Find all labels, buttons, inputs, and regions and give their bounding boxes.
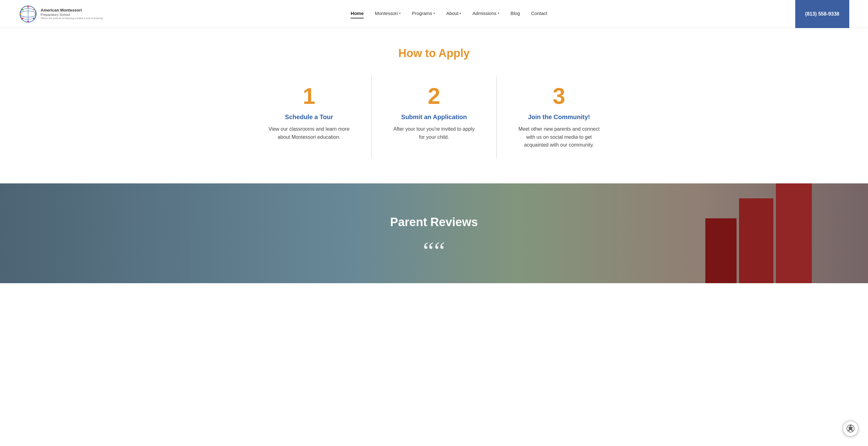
nav-contact[interactable]: Contact (531, 11, 547, 17)
main-nav: Home Montessori ▾ Programs ▾ About ▾ Adm… (351, 11, 547, 17)
nav-programs[interactable]: Programs ▾ (412, 11, 435, 17)
chevron-down-icon: ▾ (399, 11, 401, 15)
red-blocks-decoration (705, 183, 812, 283)
step-2-description: After your tour you're invited to apply … (390, 125, 477, 141)
nav-admissions[interactable]: Admissions ▾ (472, 11, 499, 17)
svg-point-7 (33, 18, 35, 19)
step-2-title: Submit an Application (390, 113, 477, 121)
step-3-title: Join the Community! (516, 113, 602, 121)
svg-point-9 (22, 18, 23, 19)
how-to-apply-section: How to Apply 1 Schedule a Tour View our … (0, 28, 868, 183)
svg-point-5 (33, 9, 35, 10)
chevron-down-icon: ▾ (433, 11, 435, 15)
logo[interactable]: American Montessori Preparatory School W… (19, 5, 103, 23)
svg-point-8 (28, 21, 29, 22)
svg-point-6 (35, 13, 36, 15)
site-header: American Montessori Preparatory School W… (0, 0, 868, 28)
reviews-title: Parent Reviews (390, 215, 478, 229)
step-3-number: 3 (516, 85, 602, 107)
chevron-down-icon: ▾ (498, 11, 499, 15)
logo-text: American Montessori Preparatory School W… (40, 8, 103, 20)
step-1: 1 Schedule a Tour View our classrooms an… (247, 75, 372, 159)
svg-point-10 (20, 13, 22, 15)
nav-home[interactable]: Home (351, 11, 364, 17)
chevron-down-icon: ▾ (460, 11, 461, 15)
phone-cta-button[interactable]: (813) 558-9338 (795, 0, 849, 28)
steps-container: 1 Schedule a Tour View our classrooms an… (247, 75, 621, 159)
nav-about[interactable]: About ▾ (446, 11, 461, 17)
step-1-title: Schedule a Tour (266, 113, 352, 121)
parent-reviews-section: Parent Reviews ““ (0, 183, 868, 283)
how-to-apply-title: How to Apply (12, 47, 856, 60)
svg-point-11 (22, 9, 23, 10)
step-3: 3 Join the Community! Meet other new par… (497, 75, 621, 159)
nav-montessori[interactable]: Montessori ▾ (375, 11, 401, 17)
nav-blog[interactable]: Blog (510, 11, 520, 17)
svg-point-4 (28, 6, 29, 7)
step-2-number: 2 (390, 85, 477, 107)
step-1-number: 1 (266, 85, 352, 107)
step-3-description: Meet other new parents and connect with … (516, 125, 602, 149)
quote-icon: ““ (390, 238, 478, 263)
logo-globe-icon (19, 5, 37, 23)
step-1-description: View our classrooms and learn more about… (266, 125, 352, 141)
reviews-content: Parent Reviews ““ (384, 197, 484, 270)
step-2: 2 Submit an Application After your tour … (372, 75, 496, 159)
